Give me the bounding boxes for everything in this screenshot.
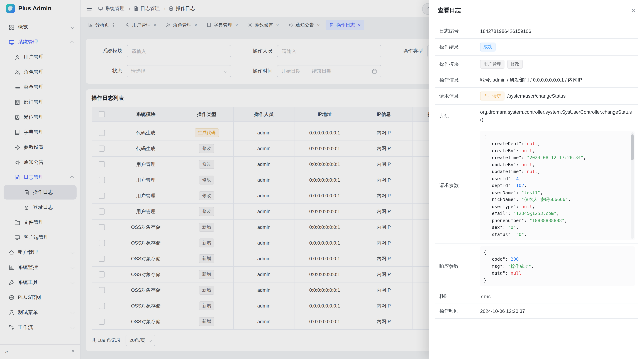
log-id-value: 1842781986426159106 [475, 24, 638, 38]
detail-row: 操作模块 用户管理修改 [435, 56, 638, 73]
detail-row: 操作结果 成功 [435, 39, 638, 56]
detail-label: 操作结果 [435, 39, 475, 55]
scrollbar-thumb[interactable] [631, 134, 634, 160]
detail-row: 操作信息 账号: admin / 研发部门 / 0:0:0:0:0:0:0:1 … [435, 73, 638, 88]
detail-label: 操作模块 [435, 56, 475, 73]
detail-label: 耗时 [435, 290, 475, 304]
app-window: Plus Admin 概览 系统管理 用户管理 [0, 0, 644, 359]
detail-row: 方法 org.dromara.system.controller.system.… [435, 105, 638, 128]
view-log-drawer: 查看日志 × 日志编号 1842781986426159106 操作结果 成功 … [429, 0, 644, 359]
detail-row: 请求参数 { "createDept": null, "createBy": n… [435, 128, 638, 244]
request-params-json: { "createDept": null, "createBy": null, … [480, 131, 635, 240]
detail-label: 响应参数 [435, 244, 475, 289]
operation-time-value: 2024-10-06 12:20:37 [475, 304, 638, 319]
request-method-tag: PUT请求 [480, 91, 504, 100]
method-value: org.dromara.system.controller.system.Sys… [475, 105, 638, 128]
module-tag: 用户管理 [480, 60, 504, 69]
detail-label: 方法 [435, 105, 475, 128]
request-url: /system/user/changeStatus [507, 93, 566, 99]
detail-row: 操作时间 2024-10-06 12:20:37 [435, 304, 638, 319]
drawer-close-icon[interactable]: × [631, 7, 636, 14]
operation-info-value: 账号: admin / 研发部门 / 0:0:0:0:0:0:0:1 / 内网I… [475, 73, 638, 87]
detail-row: 响应参数 { "code": 200, "msg": "操作成功", "data… [435, 244, 638, 290]
detail-label: 操作信息 [435, 73, 475, 87]
detail-label: 请求信息 [435, 88, 475, 104]
response-params-json: { "code": 200, "msg": "操作成功", "data": nu… [480, 246, 635, 286]
detail-row: 耗时 7 ms [435, 290, 638, 304]
detail-label: 请求参数 [435, 128, 475, 243]
scrollbar[interactable] [631, 132, 634, 239]
result-tag: 成功 [480, 42, 496, 51]
detail-label: 日志编号 [435, 24, 475, 38]
detail-row: 请求信息 PUT请求 /system/user/changeStatus [435, 88, 638, 105]
detail-row: 日志编号 1842781986426159106 [435, 24, 638, 39]
drawer-header: 查看日志 × [429, 0, 644, 21]
log-details: 日志编号 1842781986426159106 操作结果 成功 操作模块 用户… [435, 23, 638, 319]
module-tag: 修改 [507, 60, 523, 69]
detail-label: 操作时间 [435, 304, 475, 319]
drawer-title: 查看日志 [438, 6, 461, 14]
cost-value: 7 ms [475, 290, 638, 304]
